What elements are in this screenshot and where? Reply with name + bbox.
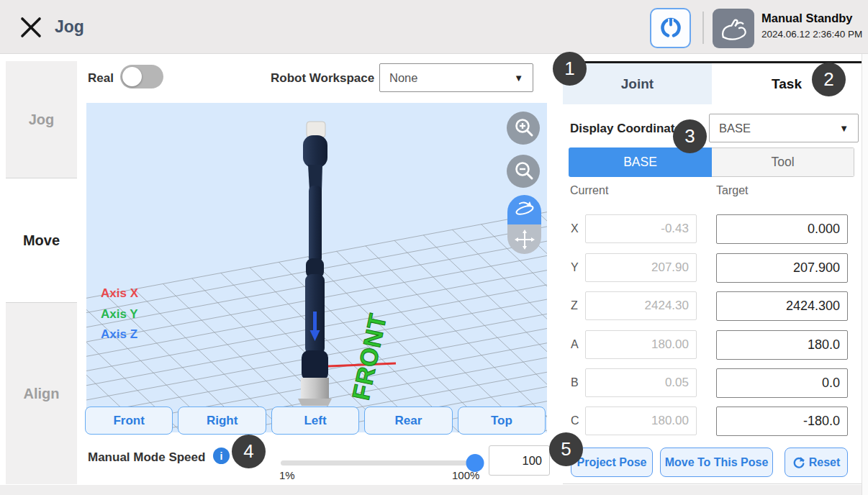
pose-panel: Joint Task Display Coordinates BASE ▼ BA… [563, 61, 862, 484]
sidebar-item-move[interactable]: Move [6, 178, 77, 302]
axis-letter: B [571, 368, 579, 397]
current-a-field [585, 330, 697, 359]
reset-icon [792, 456, 805, 469]
close-icon[interactable] [17, 14, 45, 41]
axis-letter: Y [571, 253, 579, 282]
view-top-button[interactable]: Top [458, 407, 546, 435]
robot-workspace-dropdown[interactable]: None ▼ [379, 63, 533, 92]
project-pose-button[interactable]: Project Pose [571, 448, 653, 477]
current-c-field [585, 407, 697, 435]
bottom-strip [0, 485, 868, 495]
zoom-out-button[interactable] [507, 155, 540, 188]
real-toggle[interactable] [120, 65, 163, 88]
coord-row-a: A [563, 330, 862, 359]
info-icon[interactable]: i [213, 448, 230, 464]
target-c-field[interactable] [716, 407, 848, 436]
speed-slider[interactable] [281, 460, 475, 466]
annotation-badge-1: 1 [553, 52, 587, 86]
coord-row-c: C [563, 407, 862, 435]
chevron-down-icon: ▼ [514, 73, 533, 83]
button-label: Project Pose [577, 456, 647, 469]
pan-icon [512, 228, 537, 251]
manual-mode-badge [713, 9, 754, 48]
annotation-badge-5: 5 [549, 432, 583, 466]
target-a-field[interactable] [716, 330, 848, 360]
move-to-this-pose-button[interactable]: Move To This Pose [660, 448, 773, 477]
button-label: Reset [809, 456, 841, 469]
orbit-pan-toggle[interactable] [507, 195, 541, 254]
zoom-in-icon [509, 114, 538, 142]
current-column-header: Current [570, 184, 608, 197]
axis-y-label: Axis Y [101, 307, 138, 322]
current-x-field [585, 214, 697, 243]
cockpit-icon [657, 14, 684, 42]
zoom-in-button[interactable] [507, 112, 540, 145]
axis-letter: C [571, 407, 579, 435]
real-toggle-knob [122, 67, 142, 86]
coord-row-z: Z [563, 291, 862, 320]
reset-button[interactable]: Reset [785, 448, 848, 477]
sidebar-item-jog[interactable]: Jog [6, 61, 77, 178]
axis-letter: X [571, 214, 579, 243]
view-rear-button[interactable]: Rear [364, 407, 452, 435]
coord-row-y: Y [563, 253, 862, 282]
axis-letter: Z [571, 291, 578, 320]
coord-row-x: X [563, 214, 862, 243]
view-front-button[interactable]: Front [85, 407, 173, 435]
tab-label: Joint [621, 76, 654, 92]
target-column-header: Target [716, 184, 748, 197]
real-toggle-label: Real [88, 71, 114, 86]
chevron-down-icon: ▼ [839, 123, 858, 134]
axis-letter: A [571, 330, 579, 359]
robot-arm [298, 122, 332, 406]
robot-workspace-value: None [380, 71, 514, 85]
tab-label: Task [772, 76, 802, 92]
manual-mode-speed-label: Manual Mode Speed [88, 450, 205, 465]
display-coordinates-label: Display Coordinates [570, 122, 688, 136]
annotation-badge-2: 2 [812, 63, 846, 96]
speed-min-label: 1% [279, 469, 295, 481]
coord-row-b: B [563, 368, 862, 397]
sidebar-item-label: Jog [29, 112, 55, 128]
axis-z-label: Axis Z [101, 327, 137, 342]
zoom-out-icon [509, 157, 538, 186]
axis-x-label: Axis X [101, 286, 138, 301]
sidebar-item-label: Move [23, 232, 60, 249]
robot-3d-scene: FRONT [86, 103, 547, 432]
frame-tool-button[interactable]: Tool [712, 147, 854, 177]
robot-3d-view[interactable]: FRONT Axis X Axis Y Axis Z [86, 103, 547, 432]
scrollbar-track[interactable] [862, 54, 868, 495]
sidebar-item-align[interactable]: Align [6, 302, 77, 484]
orbit-icon [512, 199, 537, 221]
top-bar: Jog Manual Standby 2024.06.12 2:36:40 PM [0, 0, 868, 54]
speed-value-input[interactable] [489, 446, 549, 475]
status-mode: Manual Standby [761, 12, 853, 25]
display-coordinates-value: BASE [710, 122, 839, 135]
view-right-button[interactable]: Right [178, 407, 266, 435]
status-timestamp: 2024.06.12 2:36:40 PM [761, 29, 862, 40]
speed-max-label: 100% [452, 469, 479, 481]
frame-segmented-control: BASE Tool [569, 147, 854, 177]
annotation-badge-3: 3 [673, 119, 707, 153]
current-b-field [585, 368, 697, 397]
target-b-field[interactable] [716, 368, 848, 398]
jog-screen: Jog Manual Standby 2024.06.12 2:36:40 PM [0, 0, 868, 495]
button-label: Move To This Pose [665, 456, 769, 469]
current-y-field [585, 253, 697, 282]
target-x-field[interactable] [716, 214, 848, 244]
view-button-row: Front Right Left Rear Top [85, 407, 546, 435]
annotation-badge-4: 4 [232, 435, 266, 468]
sidebar-item-label: Align [24, 386, 60, 402]
display-coordinates-dropdown[interactable]: BASE ▼ [709, 114, 859, 142]
header-divider [702, 12, 704, 44]
view-left-button[interactable]: Left [271, 407, 359, 435]
speed-value-box [489, 445, 550, 476]
robot-workspace-label: Robot Workspace [271, 71, 374, 86]
target-y-field[interactable] [716, 253, 848, 283]
current-z-field [585, 291, 697, 320]
orbit-mode-button[interactable] [507, 195, 541, 224]
front-floor-label: FRONT [347, 311, 392, 402]
target-z-field[interactable] [716, 291, 848, 321]
cockpit-button[interactable] [650, 8, 691, 48]
page-title: Jog [55, 0, 84, 54]
